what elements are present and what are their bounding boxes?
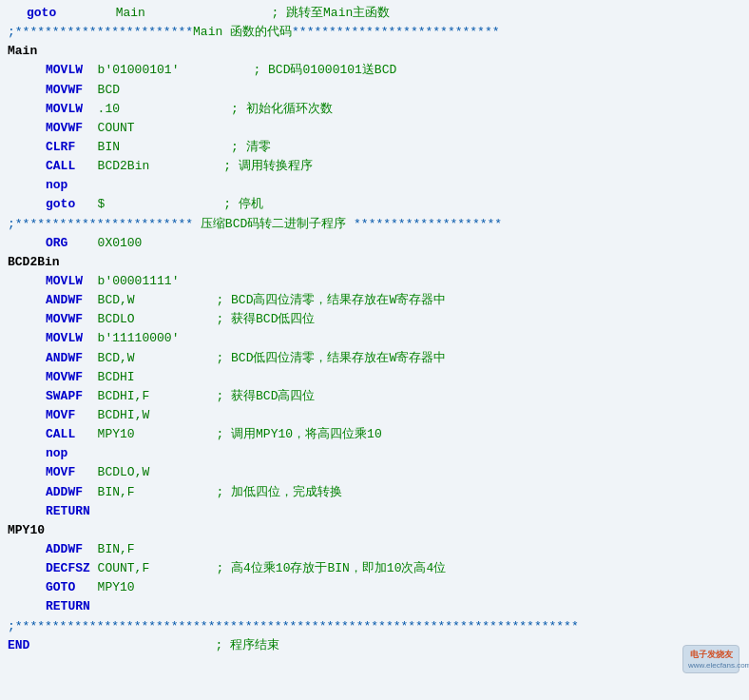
code-token: COUNT	[83, 119, 135, 138]
code-token: ANDWF	[46, 291, 83, 310]
code-token: MPY10	[75, 578, 134, 597]
code-line: ADDWF BIN,F	[8, 540, 741, 559]
code-token: ; 获得BCD高四位	[216, 387, 315, 406]
code-token: ; BCD低四位清零，结果存放在W寄存器中	[216, 349, 446, 368]
code-token: ****************************************…	[15, 617, 579, 636]
code-token: COUNT,F	[90, 559, 149, 578]
code-token: ; 调用MPY10，将高四位乘10	[216, 425, 381, 444]
code-token: MPY10	[8, 521, 45, 540]
code-token: ADDWF	[46, 483, 83, 502]
code-token: GOTO	[46, 578, 75, 597]
code-line: CALL MPY10 ; 调用MPY10，将高四位乘10	[8, 425, 741, 444]
code-token	[135, 310, 217, 329]
code-token: MOVLW	[46, 61, 83, 80]
code-token: ;	[8, 215, 15, 234]
code-token: BCDHI,F	[83, 387, 149, 406]
code-token: RETURN	[46, 597, 90, 616]
code-line: MOVWF BCD	[8, 81, 741, 100]
code-token: CALL	[46, 425, 75, 444]
code-line: MOVLW b'11110000'	[8, 329, 741, 348]
code-line: RETURN	[8, 502, 741, 521]
code-token: .10	[83, 100, 120, 119]
code-token: ;	[8, 617, 15, 636]
code-token: BCDHI	[83, 368, 135, 387]
code-token	[120, 100, 231, 119]
code-line: ORG 0X0100	[8, 234, 741, 253]
code-token: 0X0100	[67, 234, 142, 253]
code-token	[149, 157, 223, 176]
code-line: MOVLW b'00001111'	[8, 272, 741, 291]
code-token	[120, 138, 231, 157]
code-token: ; 清零	[231, 138, 271, 157]
code-line: ADDWF BIN,F ; 加低四位，完成转换	[8, 483, 741, 502]
code-line: MOVLW .10 ; 初始化循环次数	[8, 100, 741, 119]
code-token: BCD	[83, 81, 120, 100]
watermark-site: www.elecfans.com	[688, 661, 734, 670]
code-token	[29, 636, 215, 655]
code-token: ********************	[354, 215, 502, 234]
code-token: BIN,F	[83, 483, 135, 502]
code-token	[145, 4, 272, 23]
code-token: ************************	[15, 215, 193, 234]
code-token: ; 停机	[223, 195, 263, 214]
code-line: MPY10	[8, 521, 741, 540]
code-token: ANDWF	[46, 349, 83, 368]
code-line: MOVWF BCDLO ; 获得BCD低四位	[8, 310, 741, 329]
code-token: MOVF	[46, 463, 75, 482]
code-token: BCDLO	[83, 310, 135, 329]
code-token	[105, 195, 223, 214]
code-line: ;***************************************…	[8, 617, 741, 636]
code-container: goto Main ; 跳转至Main主函数;*****************…	[0, 0, 749, 700]
code-line: BCD2Bin	[8, 253, 741, 272]
code-token: ADDWF	[46, 540, 83, 559]
code-token: BCDLO,W	[75, 463, 149, 482]
code-token: ; BCD高四位清零，结果存放在W寄存器中	[216, 291, 446, 310]
code-token: Main	[8, 42, 37, 61]
code-line: DECFSZ COUNT,F ; 高4位乘10存放于BIN，即加10次高4位	[8, 559, 741, 578]
code-token: b'01000101'	[83, 61, 179, 80]
code-token: MOVWF	[46, 368, 83, 387]
code-token: CALL	[46, 157, 75, 176]
code-token: DECFSZ	[46, 559, 90, 578]
code-token: ; 高4位乘10存放于BIN，即加10次高4位	[216, 559, 446, 578]
code-line: nop	[8, 176, 741, 195]
code-token: END	[8, 636, 29, 655]
code-token: ; 跳转至Main主函数	[271, 4, 390, 23]
code-line: RETURN	[8, 597, 741, 616]
code-token: BCD2Bin	[75, 157, 149, 176]
watermark: 电子发烧友 www.elecfans.com	[682, 645, 739, 692]
code-token: ; 程序结束	[215, 636, 279, 655]
code-token	[135, 483, 217, 502]
code-token: ; 获得BCD低四位	[216, 310, 315, 329]
code-token: ; 加低四位，完成转换	[216, 483, 342, 502]
code-token	[135, 349, 217, 368]
code-line: nop	[8, 444, 741, 463]
code-line: CALL BCD2Bin ; 调用转换程序	[8, 157, 741, 176]
code-token: BIN	[75, 138, 120, 157]
code-token: goto	[27, 4, 56, 23]
code-line: MOVWF COUNT	[8, 119, 741, 138]
code-token: Main	[56, 4, 145, 23]
code-token: nop	[46, 176, 67, 195]
code-token: CLRF	[46, 138, 75, 157]
code-line: MOVF BCDLO,W	[8, 463, 741, 482]
code-line: END ; 程序结束	[8, 636, 741, 655]
code-token: Main 函数的代码	[193, 23, 292, 42]
code-token: MOVWF	[46, 310, 83, 329]
code-token: BCD,W	[83, 291, 135, 310]
code-token: $	[75, 195, 105, 214]
code-token: MOVLW	[46, 329, 83, 348]
code-token	[149, 387, 216, 406]
code-token: goto	[46, 195, 75, 214]
code-line: GOTO MPY10	[8, 578, 741, 597]
code-line: Main	[8, 42, 741, 61]
code-line: SWAPF BCDHI,F ; 获得BCD高四位	[8, 387, 741, 406]
code-token: ; BCD码01000101送BCD	[253, 61, 396, 80]
code-line: MOVWF BCDHI	[8, 368, 741, 387]
code-token: MOVWF	[46, 119, 83, 138]
code-line: MOVLW b'01000101' ; BCD码01000101送BCD	[8, 61, 741, 80]
code-token	[135, 425, 217, 444]
code-line: ANDWF BCD,W ; BCD低四位清零，结果存放在W寄存器中	[8, 349, 741, 368]
code-token: MPY10	[75, 425, 134, 444]
code-line: ANDWF BCD,W ; BCD高四位清零，结果存放在W寄存器中	[8, 291, 741, 310]
